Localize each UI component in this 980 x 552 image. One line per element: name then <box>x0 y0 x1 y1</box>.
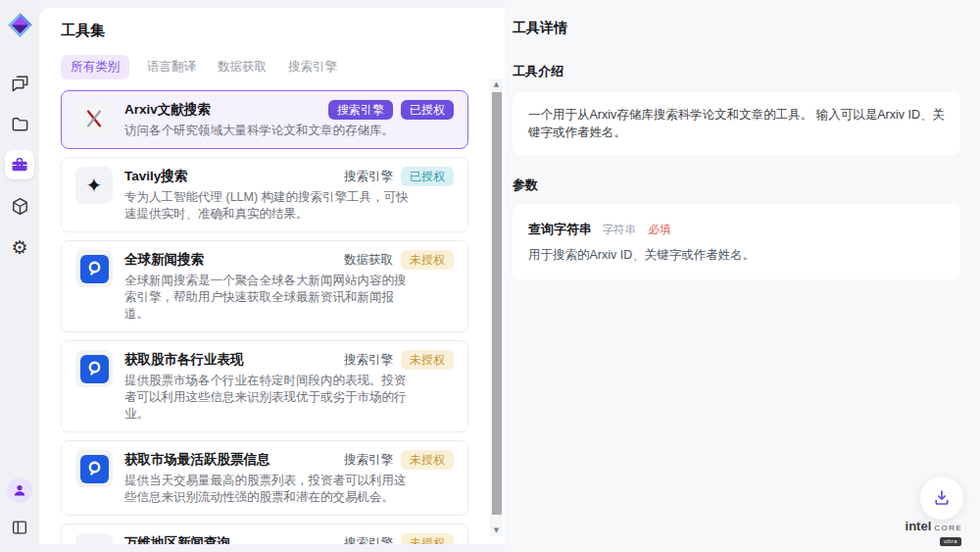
sidebar-item-tools[interactable] <box>5 150 34 179</box>
category-tab[interactable]: 数据获取 <box>214 55 270 79</box>
tool-card[interactable]: Arxiv文献搜索 搜索引擎 已授权 访问各个研究领域大量科学论文和文章的存储库… <box>61 90 468 149</box>
scroll-up-icon[interactable]: ▲ <box>490 78 503 90</box>
category-tabs: 所有类别语言翻译数据获取搜索引擎 <box>61 55 468 78</box>
tool-card[interactable]: 万维地区新闻查询 搜索引擎 未授权 查询具体行政区划内的新闻，快速了解各地新闻动 <box>61 524 468 544</box>
tool-card[interactable]: 获取市场最活跃股票信息 搜索引擎 未授权 提供当天交易量最高的股票列表，投资者可… <box>61 440 468 516</box>
tool-title: Tavily搜索 <box>124 167 187 184</box>
scrollbar[interactable]: ▲ ▼ <box>490 78 503 536</box>
search-q-icon <box>75 250 113 287</box>
detail-title: 工具详情 <box>513 20 960 37</box>
search-q-icon <box>75 450 113 487</box>
tool-card[interactable]: 获取股市各行业表现 搜索引擎 未授权 提供股票市场各个行业在特定时间段内的表现。… <box>61 340 468 432</box>
tool-description: 提供股票市场各个行业在特定时间段内的表现。投资者可以利用这些信息来识别表现优于或… <box>124 373 411 423</box>
auth-status-badge: 未授权 <box>401 450 454 470</box>
sidebar: ⚙ <box>0 0 39 552</box>
toolbox-icon <box>10 155 29 175</box>
sidebar-item-models[interactable] <box>5 191 34 221</box>
params-heading: 参数 <box>513 176 960 194</box>
core-wordmark: core <box>934 521 962 532</box>
panel-toggle-icon <box>10 518 29 537</box>
sidebar-item-settings[interactable]: ⚙ <box>5 232 34 262</box>
intro-text: 一个用于从Arxiv存储库搜索科学论文和文章的工具。 输入可以是Arxiv ID… <box>528 106 945 141</box>
scrollbar-thumb[interactable] <box>492 92 502 515</box>
category-badge: 搜索引擎 <box>344 450 393 470</box>
chat-icon <box>10 73 30 93</box>
ultra-badge: ultra <box>940 537 961 546</box>
category-tab[interactable]: 搜索引擎 <box>284 55 341 79</box>
category-badge: 搜索引擎 <box>328 100 393 120</box>
sidebar-nav: ⚙ <box>5 68 34 262</box>
tool-title: 全球新闻搜索 <box>124 250 204 268</box>
tool-description: 专为人工智能代理 (LLM) 构建的搜索引擎工具，可快速提供实时、准确和真实的结… <box>124 189 411 223</box>
folder-icon <box>10 114 30 134</box>
tool-description: 访问各个研究领域大量科学论文和文章的存储库。 <box>124 123 411 139</box>
tool-card[interactable]: ✦ Tavily搜索 搜索引擎 已授权 专为人工智能代理 (LLM) 构建的搜索… <box>61 157 468 232</box>
category-badge: 搜索引擎 <box>344 533 393 544</box>
category-badge: 搜索引擎 <box>344 350 393 370</box>
sidebar-bottom <box>5 477 34 542</box>
app-window: ⚙ <box>0 0 980 552</box>
panel-title: 工具集 <box>61 22 468 40</box>
tool-card[interactable]: 全球新闻搜索 数据获取 未授权 全球新闻搜索是一个聚合全球各大新闻网站内容的搜索… <box>61 240 468 332</box>
gem-logo-icon <box>7 12 33 38</box>
category-badge: 数据获取 <box>344 250 393 270</box>
intel-core-logo: intelcore ultra <box>900 520 968 546</box>
tool-title: 获取市场最活跃股票信息 <box>124 450 270 468</box>
arxiv-x-icon <box>75 100 113 137</box>
auth-status-badge: 未授权 <box>401 250 454 270</box>
param-name: 查询字符串 <box>528 222 592 236</box>
detail-panel: 工具详情 工具介绍 一个用于从Arxiv存储库搜索科学论文和文章的工具。 输入可… <box>505 0 980 552</box>
auth-status-badge: 已授权 <box>401 100 454 120</box>
param-header: 查询字符串 字符串 必填 <box>528 220 945 238</box>
tool-title: Arxiv文献搜索 <box>124 100 211 118</box>
gear-icon: ⚙ <box>11 238 27 257</box>
tools-panel: 工具集 所有类别语言翻译数据获取搜索引擎 Arxiv文献搜索 搜索引擎 已授权 … <box>39 8 505 544</box>
auth-status-badge: 未授权 <box>401 350 454 370</box>
user-avatar-icon <box>12 482 27 498</box>
category-tab[interactable]: 所有类别 <box>61 55 129 79</box>
tool-title: 获取股市各行业表现 <box>124 350 244 368</box>
download-button[interactable] <box>920 477 963 520</box>
category-tab[interactable]: 语言翻译 <box>143 55 200 79</box>
panel-toggle-button[interactable] <box>5 513 34 542</box>
intro-card: 一个用于从Arxiv存储库搜索科学论文和文章的工具。 输入可以是Arxiv ID… <box>513 92 960 155</box>
intro-heading: 工具介绍 <box>513 63 960 80</box>
sparkle-star-icon: ✦ <box>75 167 113 204</box>
param-required-flag: 必填 <box>648 224 670 235</box>
scroll-down-icon[interactable]: ▼ <box>490 525 503 536</box>
sidebar-item-chat[interactable] <box>5 68 34 97</box>
auth-status-badge: 未授权 <box>401 533 454 544</box>
newspaper-icon <box>75 533 113 544</box>
tool-title: 万维地区新闻查询 <box>124 533 230 544</box>
auth-status-badge: 已授权 <box>401 167 454 186</box>
param-card: 查询字符串 字符串 必填 用于搜索的Arxiv ID、关键字或作者姓名。 <box>513 204 960 279</box>
search-q-icon <box>75 350 113 387</box>
tool-description: 提供当天交易量最高的股票列表，投资者可以利用这些信息来识别流动性强的股票和潜在的… <box>124 473 411 506</box>
download-icon <box>932 488 952 508</box>
param-type: 字符串 <box>602 224 636 235</box>
param-description: 用于搜索的Arxiv ID、关键字或作者姓名。 <box>528 247 945 264</box>
intel-wordmark: intel <box>906 519 932 533</box>
tool-list: Arxiv文献搜索 搜索引擎 已授权 访问各个研究领域大量科学论文和文章的存储库… <box>61 90 468 544</box>
category-badge: 搜索引擎 <box>344 167 393 186</box>
tool-description: 全球新闻搜索是一个聚合全球各大新闻网站内容的搜索引擎，帮助用户快速获取全球最新资… <box>124 273 411 323</box>
account-avatar-button[interactable] <box>7 477 32 503</box>
sidebar-item-files[interactable] <box>5 109 34 138</box>
cube-icon <box>10 196 30 217</box>
